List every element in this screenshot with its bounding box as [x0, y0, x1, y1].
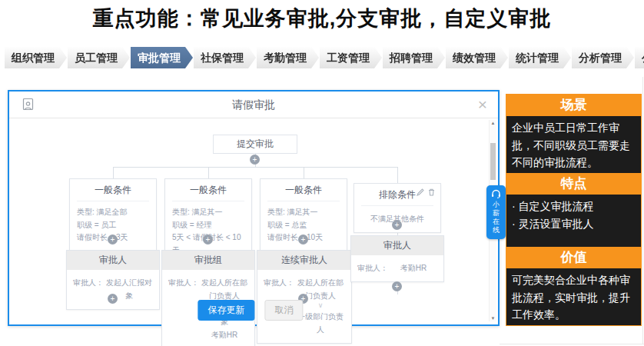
value-heading: 价值 — [506, 247, 641, 268]
add-node-icon[interactable]: + — [250, 155, 260, 165]
approver-label: 审批人： — [357, 261, 388, 274]
add-node-icon[interactable]: + — [298, 235, 308, 245]
scroll-down-icon[interactable]: ▼ — [490, 316, 496, 321]
approver-group-node[interactable]: 审批组 审批人： 发起人所在部门负责人 发起人汇报对象 考勤HR — [161, 250, 255, 346]
condition-line: 职级 = 总监 — [267, 219, 340, 232]
start-node[interactable]: 提交审批 — [213, 135, 297, 154]
approver-label: 审批人： — [73, 276, 104, 302]
save-button[interactable]: 保存更新 — [198, 300, 254, 321]
tab-bar: 组织管理 员工管理 审批管理 社保管理 考勤管理 工资管理 招聘管理 绩效管理 … — [5, 47, 641, 68]
condition-line: 职级 = 员工 — [77, 219, 149, 232]
scenario-heading: 场景 — [506, 95, 641, 116]
approver-title: 连续审批人 — [257, 251, 351, 270]
page-right-border — [642, 77, 643, 344]
features-heading: 特点 — [506, 173, 641, 195]
features-list: · 自定义审批流程 · 灵活设置审批人 — [506, 195, 641, 247]
dialog-footer: 保存更新 取消 — [198, 300, 303, 321]
scroll-up-icon[interactable]: ▲ — [490, 121, 496, 125]
approver-value: 发起人所在部门负责人 — [199, 276, 250, 302]
tab-social-security[interactable]: 社保管理 — [194, 47, 256, 68]
delete-icon[interactable] — [428, 188, 435, 196]
condition-line: 类型: 满足其一 — [267, 206, 340, 219]
condition-title: 一般条件 — [267, 179, 340, 201]
headset-icon — [491, 189, 501, 198]
info-panel: 场景 企业中员工日常工作审批，不同职级员工需要走不同的审批流程。 特点 · 自定… — [506, 94, 642, 326]
cancel-button[interactable]: 取消 — [264, 300, 303, 321]
condition-line: 职级 = 经理 — [172, 219, 244, 232]
tab-statistics[interactable]: 统计管理 — [509, 47, 571, 68]
dialog-title: 请假审批 — [9, 91, 498, 118]
condition-title: 一般条件 — [172, 179, 244, 201]
approver-title: 审批组 — [162, 251, 254, 270]
add-node-icon[interactable]: + — [108, 294, 118, 304]
value-text: 可完美契合企业中各种审批流程，实时审批，提升工作效率。 — [506, 268, 641, 325]
approver-title: 审批人 — [351, 236, 443, 255]
condition-line: 类型: 满足全部 — [77, 206, 149, 219]
tab-salary[interactable]: 工资管理 — [320, 47, 382, 68]
approver-value: 考勤HR — [400, 264, 427, 272]
feature-item: · 自定义审批流程 — [512, 198, 636, 215]
tab-approval[interactable]: 审批管理 — [131, 47, 193, 68]
page-bottom-border — [500, 344, 644, 344]
condition-title: 一般条件 — [77, 179, 149, 201]
feature-item: · 灵活设置审批人 — [512, 215, 636, 233]
edit-icon[interactable] — [417, 188, 424, 196]
add-node-icon[interactable]: + — [392, 220, 402, 230]
tab-recruiting[interactable]: 招聘管理 — [383, 47, 445, 68]
condition-title: 排除条件 — [379, 189, 416, 200]
approver-node[interactable]: 审批人 审批人： 考勤HR — [350, 235, 444, 282]
dialog-header: 请假审批 × — [9, 91, 498, 118]
connector-line — [113, 167, 398, 168]
condition-line: 类型: 满足其一 — [172, 206, 244, 219]
page-title: 重点功能：常见业务审批,分支审批，自定义审批 — [0, 5, 644, 32]
scrollbar-thumb[interactable] — [490, 143, 496, 180]
approver-title: 审批人 — [67, 251, 159, 270]
online-service-tab[interactable]: 小薪在线 — [486, 185, 506, 239]
tab-analysis[interactable]: 分析管理 — [572, 47, 634, 68]
approver-label: 审批人： — [168, 276, 199, 341]
tab-attendance[interactable]: 考勤管理 — [257, 47, 319, 68]
scenario-text: 企业中员工日常工作审批，不同职级员工需要走不同的审批流程。 — [506, 116, 641, 173]
tab-performance[interactable]: 绩效管理 — [446, 47, 508, 68]
approval-flowchart: 提交审批 + 一般条件 类型: 满足全部 职级 = 员工 请假时长 ≤ 3天 一… — [9, 118, 498, 324]
leave-approval-dialog: 请假审批 × 提交审批 + 一般条件 类型: 满足全部 职级 = 员工 请假时长… — [8, 90, 500, 326]
online-service-label: 小薪在线 — [491, 201, 501, 235]
close-icon[interactable]: × — [478, 92, 487, 117]
add-node-icon[interactable]: + — [203, 235, 213, 245]
add-node-icon[interactable]: + — [392, 281, 402, 291]
tab-organization[interactable]: 组织管理 — [5, 47, 67, 68]
approver-value: 考勤HR — [199, 328, 250, 341]
tab-announcement[interactable]: 公告管理 — [635, 47, 644, 68]
add-node-icon[interactable]: + — [108, 235, 118, 245]
tab-employee[interactable]: 员工管理 — [68, 47, 130, 68]
